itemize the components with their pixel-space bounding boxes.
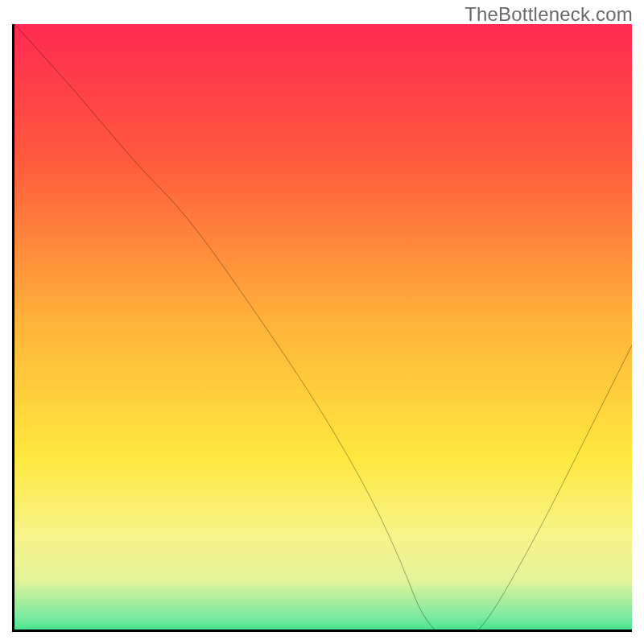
watermark-label: TheBottleneck.com <box>464 3 633 26</box>
chart-gradient-background <box>14 24 632 632</box>
svg-rect-0 <box>14 24 632 632</box>
chart-plot-area <box>12 24 632 632</box>
